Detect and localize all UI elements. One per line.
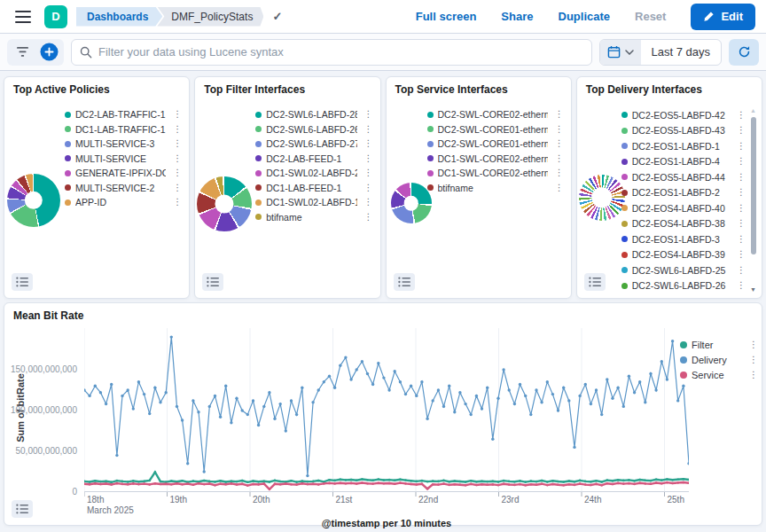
legend-item[interactable]: Service⋮ [680, 367, 758, 382]
legend-item[interactable]: DC2-SWL-CORE02-ethern...⋮ [427, 107, 564, 122]
legend-label[interactable]: DC2-EOS5-LABFD-43 [632, 125, 730, 136]
scroll-up-icon[interactable]: ▲ [750, 107, 756, 113]
legend-options-icon[interactable]: ⋮ [552, 184, 564, 192]
legend-label[interactable]: DC1-LAB-TRAFFIC-1 [75, 124, 166, 135]
legend-label[interactable]: Service [692, 370, 742, 380]
bitrate-plot[interactable] [84, 328, 689, 498]
legend-label[interactable]: DC2-EOS4-LABFD-38 [632, 218, 730, 229]
legend-options-icon[interactable]: ⋮ [362, 125, 373, 134]
legend-toggle-button[interactable] [12, 273, 33, 291]
legend-label[interactable]: DC2-EOS4-LABFD-40 [632, 203, 730, 214]
legend-item[interactable]: DC1-LAB-TRAFFIC-1⋮ [65, 122, 182, 137]
legend-item[interactable]: DC2-SWL6-LABFD-28⋮ [255, 107, 372, 122]
legend-label[interactable]: DC2-SWL6-LABFD-26 [632, 280, 730, 291]
legend-item[interactable]: DC2-EOS1-LABFD-4⋮ [621, 154, 746, 170]
legend-item[interactable]: DC2-EOS5-LABFD-42⋮ [621, 107, 746, 123]
legend-options-icon[interactable]: ⋮ [170, 184, 182, 192]
legend-item[interactable]: DC2-SWL6-LABFD-26⋮ [621, 278, 746, 294]
scrollbar-thumb[interactable] [751, 117, 756, 254]
legend-label[interactable]: DC2-EOS4-LABFD-39 [632, 249, 730, 260]
full-screen-button[interactable]: Full screen [416, 10, 477, 23]
donut-chart[interactable] [197, 176, 252, 231]
legend-toggle-button[interactable] [202, 273, 223, 291]
legend-label[interactable]: MULTI-SERVICE-2 [75, 183, 166, 193]
edit-button[interactable]: Edit [691, 4, 755, 30]
legend-item[interactable]: btifname⋮ [427, 181, 564, 196]
legend-options-icon[interactable]: ⋮ [362, 139, 373, 148]
legend-scrollbar[interactable]: ▲ ▼ [748, 107, 759, 293]
legend-label[interactable]: btifname [266, 212, 356, 223]
legend-label[interactable]: Delivery [692, 355, 742, 365]
legend-options-icon[interactable]: ⋮ [552, 125, 564, 134]
legend-item[interactable]: DC1-SWL02-LABFD-2⋮ [255, 166, 372, 181]
donut-chart[interactable] [391, 183, 432, 223]
legend-options-icon[interactable]: ⋮ [734, 235, 746, 244]
legend-item[interactable]: DC2-EOS1-LABFD-3⋮ [621, 231, 746, 247]
legend-options-icon[interactable]: ⋮ [552, 154, 564, 163]
legend-toggle-button[interactable] [394, 273, 415, 291]
duplicate-button[interactable]: Duplicate [559, 10, 611, 23]
legend-options-icon[interactable]: ⋮ [734, 126, 746, 135]
legend-options-icon[interactable]: ⋮ [746, 340, 758, 349]
legend-item[interactable]: DC2-SWL6-LABFD-25⋮ [621, 262, 746, 278]
legend-item[interactable]: MULTI-SERVICE-2⋮ [65, 181, 182, 196]
legend-options-icon[interactable]: ⋮ [362, 110, 373, 119]
legend-item[interactable]: DC2-EOS4-LABFD-38⋮ [621, 216, 746, 232]
legend-label[interactable]: DC2-SWL6-LABFD-25 [632, 265, 730, 276]
legend-label[interactable]: DC2-SWL6-LABFD-28 [266, 109, 356, 120]
legend-options-icon[interactable]: ⋮ [746, 356, 758, 364]
legend-item[interactable]: DC2-SWL-CORE01-ethern...⋮ [427, 122, 564, 137]
legend-options-icon[interactable]: ⋮ [170, 139, 182, 148]
legend-label[interactable]: MULTI-SERVICE [75, 153, 166, 164]
breadcrumb-dashboards[interactable]: Dashboards [76, 7, 162, 27]
legend-options-icon[interactable]: ⋮ [734, 173, 746, 182]
legend-item[interactable]: DC2-SWL6-LABFD-27⋮ [255, 137, 372, 152]
legend-item[interactable]: DC2-SWL6-LABFD-27⋮ [621, 293, 746, 296]
legend-options-icon[interactable]: ⋮ [552, 110, 564, 119]
legend-label[interactable]: DC2-SWL6-LABFD-27 [266, 138, 356, 149]
menu-button[interactable] [11, 4, 35, 29]
legend-options-icon[interactable]: ⋮ [734, 250, 746, 259]
legend-label[interactable]: DC2-SWL-CORE01-ethern... [438, 138, 548, 149]
donut-chart[interactable] [7, 174, 60, 227]
legend-label[interactable]: DC2-SWL-CORE01-ethern... [438, 124, 548, 135]
legend-options-icon[interactable]: ⋮ [552, 168, 564, 177]
legend-options-icon[interactable]: ⋮ [170, 110, 182, 119]
legend-label[interactable]: DC2-EOS5-LABFD-44 [632, 172, 730, 183]
legend-options-icon[interactable]: ⋮ [734, 266, 746, 275]
legend-item[interactable]: DC2-EOS1-LABFD-2⋮ [621, 185, 746, 201]
legend-item[interactable]: DC2-LAB-FEED-1⋮ [255, 152, 372, 167]
legend-item[interactable]: MULTI-SERVICE-3⋮ [65, 137, 182, 152]
share-button[interactable]: Share [501, 10, 533, 23]
legend-label[interactable]: APP-ID [75, 197, 166, 207]
legend-label[interactable]: DC1-SWL-CORE02-ethern... [438, 153, 548, 164]
legend-label[interactable]: DC1-SWL02-LABFD-2 [266, 168, 356, 178]
legend-options-icon[interactable]: ⋮ [734, 142, 746, 151]
legend-label[interactable]: Filter [692, 340, 742, 350]
legend-label[interactable]: MULTI-SERVICE-3 [75, 138, 166, 149]
legend-item[interactable]: Filter⋮ [680, 337, 758, 352]
legend-item[interactable]: DC2-EOS5-LABFD-43⋮ [621, 123, 746, 139]
legend-item[interactable]: DC1-SWL-CORE02-ethern...⋮ [427, 152, 564, 167]
legend-options-icon[interactable]: ⋮ [552, 139, 564, 148]
date-picker-button[interactable] [600, 40, 641, 65]
legend-item[interactable]: MULTI-SERVICE⋮ [65, 152, 182, 167]
legend-options-icon[interactable]: ⋮ [362, 198, 373, 207]
legend-options-icon[interactable]: ⋮ [170, 198, 182, 207]
legend-item[interactable]: Delivery⋮ [680, 352, 758, 367]
legend-options-icon[interactable]: ⋮ [170, 154, 182, 163]
legend-item[interactable]: DC2-SWL-CORE01-ethern...⋮ [427, 137, 564, 152]
legend-label[interactable]: DC1-LAB-FEED-1 [266, 183, 356, 193]
time-range-label[interactable]: Last 7 days [641, 40, 722, 65]
legend-label[interactable]: DC2-LAB-TRAFFIC-1 [75, 109, 166, 120]
legend-label[interactable]: DC1-SWL02-LABFD-1 [266, 197, 356, 207]
legend-label[interactable]: DC2-SWL-CORE02-ethern... [438, 109, 548, 120]
legend-item[interactable]: GENERATE-IPFIX-DC1⋮ [65, 166, 182, 181]
reset-button[interactable]: Reset [635, 10, 666, 23]
legend-item[interactable]: DC2-EOS4-LABFD-39⋮ [621, 247, 746, 263]
legend-item[interactable]: DC1-LAB-FEED-1⋮ [255, 181, 372, 196]
app-icon[interactable]: D [44, 5, 67, 28]
legend-item[interactable]: btifname⋮ [255, 210, 372, 225]
legend-options-icon[interactable]: ⋮ [362, 184, 373, 192]
legend-options-icon[interactable]: ⋮ [734, 204, 746, 213]
